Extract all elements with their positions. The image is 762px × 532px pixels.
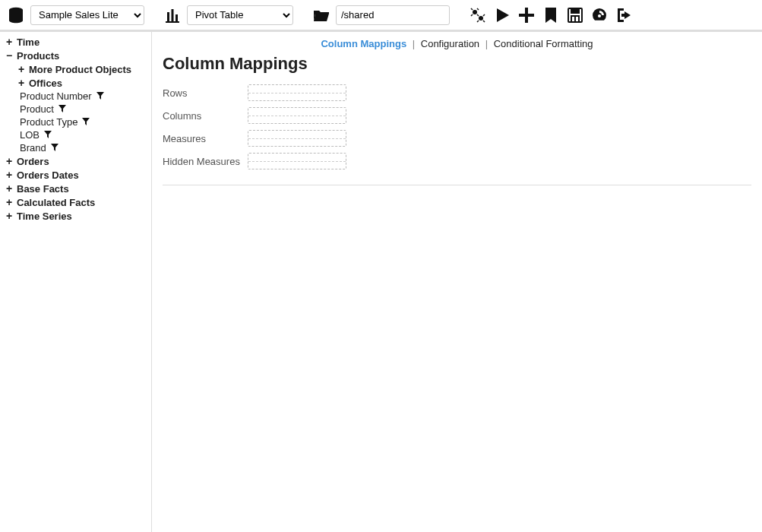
view-select[interactable]: Pivot Table bbox=[187, 5, 293, 25]
svg-point-6 bbox=[479, 16, 483, 21]
mapping-label: Measures bbox=[163, 133, 248, 144]
expand-icon[interactable]: + bbox=[17, 63, 26, 75]
expand-icon[interactable]: + bbox=[5, 155, 14, 167]
dropzone-hidden-measures[interactable] bbox=[248, 153, 346, 169]
svg-point-5 bbox=[473, 10, 477, 14]
tree-label: Product Type bbox=[20, 116, 77, 128]
tree-label: Orders bbox=[17, 156, 49, 167]
tree-label: More Product Objects bbox=[29, 64, 131, 75]
folder-open-icon[interactable] bbox=[311, 5, 331, 25]
filter-icon[interactable] bbox=[82, 116, 90, 128]
svg-rect-2 bbox=[167, 12, 169, 21]
main-area: + Time − Products + More Product Objects… bbox=[0, 32, 762, 532]
path-input[interactable] bbox=[336, 5, 450, 25]
tab-column-mappings[interactable]: Column Mappings bbox=[321, 38, 406, 49]
run-icon[interactable] bbox=[492, 5, 512, 25]
tree-node-products[interactable]: − Products bbox=[5, 49, 147, 62]
dropzone-columns[interactable] bbox=[248, 107, 346, 124]
filter-icon[interactable] bbox=[51, 142, 58, 154]
tree-node-calculated-facts[interactable]: + Calculated Facts bbox=[5, 195, 147, 209]
expand-icon[interactable]: + bbox=[5, 196, 14, 208]
tree-node-time-series[interactable]: + Time Series bbox=[5, 209, 147, 223]
tree-node-offices[interactable]: + Offices bbox=[5, 76, 147, 90]
tree-leaf-product[interactable]: Product bbox=[5, 103, 147, 116]
content-divider bbox=[163, 185, 751, 185]
filter-icon[interactable] bbox=[96, 90, 104, 102]
tree-label: Orders Dates bbox=[17, 169, 79, 181]
tree-label: Offices bbox=[29, 78, 62, 89]
tree-node-time[interactable]: + Time bbox=[5, 35, 147, 49]
tree-node-base-facts[interactable]: + Base Facts bbox=[5, 182, 147, 195]
exit-icon[interactable] bbox=[614, 5, 634, 25]
page-title: Column Mappings bbox=[163, 54, 751, 74]
tree-label: Base Facts bbox=[17, 183, 69, 195]
sidebar-tree: + Time − Products + More Product Objects… bbox=[0, 32, 152, 532]
tree-label: Product bbox=[20, 103, 54, 115]
dashboard-icon[interactable] bbox=[590, 5, 609, 25]
dropzone-measures[interactable] bbox=[248, 130, 346, 147]
mapping-rows: Rows bbox=[163, 84, 751, 101]
tree-node-orders[interactable]: + Orders bbox=[5, 154, 147, 168]
mapping-hidden-measures: Hidden Measures bbox=[163, 153, 751, 169]
dataset-select[interactable]: Sample Sales Lite bbox=[30, 5, 144, 25]
collapse-icon[interactable]: − bbox=[5, 49, 14, 62]
add-icon[interactable] bbox=[517, 5, 536, 25]
mapping-label: Hidden Measures bbox=[163, 156, 248, 167]
save-icon[interactable] bbox=[565, 5, 585, 25]
expand-icon[interactable]: + bbox=[5, 182, 14, 195]
chart-icon[interactable] bbox=[163, 5, 182, 25]
filter-icon[interactable] bbox=[44, 129, 52, 141]
bookmark-icon[interactable] bbox=[541, 5, 561, 25]
content-panel: Column Mappings | Configuration | Condit… bbox=[152, 32, 762, 532]
filter-icon[interactable] bbox=[58, 103, 66, 115]
mapping-columns: Columns bbox=[163, 107, 751, 124]
database-icon[interactable] bbox=[6, 5, 26, 25]
tree-node-more-product-objects[interactable]: + More Product Objects bbox=[5, 62, 147, 76]
tree-leaf-product-type[interactable]: Product Type bbox=[5, 116, 147, 128]
tree-label: LOB bbox=[20, 129, 40, 141]
toolbar: Sample Sales Lite Pivot Table bbox=[0, 0, 762, 32]
tree-leaf-brand[interactable]: Brand bbox=[5, 141, 147, 154]
tree-leaf-product-number[interactable]: Product Number bbox=[5, 90, 147, 103]
expand-icon[interactable]: + bbox=[17, 77, 26, 89]
tree-node-orders-dates[interactable]: + Orders Dates bbox=[5, 168, 147, 182]
tree-label: Time Series bbox=[17, 211, 72, 222]
tree-label: Brand bbox=[20, 142, 46, 154]
svg-rect-4 bbox=[175, 14, 178, 21]
settings-icon[interactable] bbox=[468, 5, 488, 25]
tree-label: Time bbox=[17, 36, 40, 48]
tree-label: Calculated Facts bbox=[17, 197, 95, 208]
mapping-label: Columns bbox=[163, 110, 248, 122]
dropzone-rows[interactable] bbox=[248, 84, 346, 101]
tab-separator: | bbox=[413, 38, 415, 49]
tree-label: Products bbox=[17, 50, 59, 62]
svg-rect-8 bbox=[519, 14, 534, 17]
tab-separator: | bbox=[485, 38, 488, 49]
expand-icon[interactable]: + bbox=[5, 210, 14, 222]
mapping-label: Rows bbox=[163, 87, 248, 99]
tab-configuration[interactable]: Configuration bbox=[421, 38, 479, 49]
svg-point-12 bbox=[598, 14, 601, 17]
tab-conditional-formatting[interactable]: Conditional Formatting bbox=[494, 38, 593, 49]
svg-rect-1 bbox=[166, 21, 179, 23]
mapping-measures: Measures bbox=[163, 130, 751, 147]
config-tabs: Column Mappings | Configuration | Condit… bbox=[163, 38, 751, 49]
expand-icon[interactable]: + bbox=[5, 169, 14, 181]
tree-label: Product Number bbox=[20, 90, 92, 102]
svg-rect-3 bbox=[172, 9, 174, 21]
tree-leaf-lob[interactable]: LOB bbox=[5, 128, 147, 141]
expand-icon[interactable]: + bbox=[5, 36, 14, 48]
